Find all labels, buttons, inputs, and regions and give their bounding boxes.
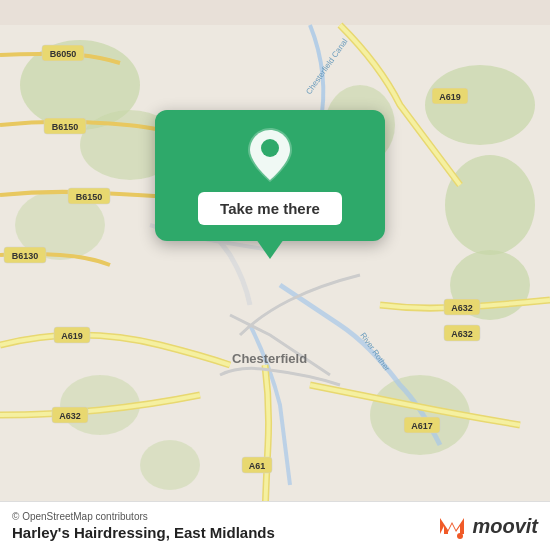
moovit-brand-icon <box>436 510 468 542</box>
svg-text:A617: A617 <box>411 421 433 431</box>
moovit-text: moovit <box>472 515 538 538</box>
map-container: B6050 B6150 B6150 B6130 A619 A619 A632 A… <box>0 0 550 550</box>
popup-card: Take me there <box>155 110 385 241</box>
location-name: Harley's Hairdressing, East Midlands <box>12 524 275 541</box>
svg-text:A632: A632 <box>451 329 473 339</box>
svg-text:A619: A619 <box>61 331 83 341</box>
map-background: B6050 B6150 B6150 B6130 A619 A619 A632 A… <box>0 0 550 550</box>
svg-text:B6150: B6150 <box>76 192 103 202</box>
bottom-left-info: © OpenStreetMap contributors Harley's Ha… <box>12 511 275 541</box>
svg-text:A61: A61 <box>249 461 266 471</box>
svg-text:A619: A619 <box>439 92 461 102</box>
svg-text:B6050: B6050 <box>50 49 77 59</box>
svg-text:A632: A632 <box>451 303 473 313</box>
svg-point-2 <box>425 65 535 145</box>
svg-point-38 <box>261 139 279 157</box>
svg-point-10 <box>140 440 200 490</box>
bottom-bar: © OpenStreetMap contributors Harley's Ha… <box>0 501 550 550</box>
svg-text:Chesterfield: Chesterfield <box>232 351 307 366</box>
svg-text:A632: A632 <box>59 411 81 421</box>
location-icon-wrap <box>243 128 297 182</box>
take-me-there-button[interactable]: Take me there <box>198 192 342 225</box>
svg-point-3 <box>445 155 535 255</box>
osm-credit: © OpenStreetMap contributors <box>12 511 275 522</box>
moovit-logo: moovit <box>436 510 538 542</box>
location-pin-icon <box>248 128 292 182</box>
svg-text:B6130: B6130 <box>12 251 39 261</box>
svg-text:B6150: B6150 <box>52 122 79 132</box>
svg-point-41 <box>457 533 463 539</box>
